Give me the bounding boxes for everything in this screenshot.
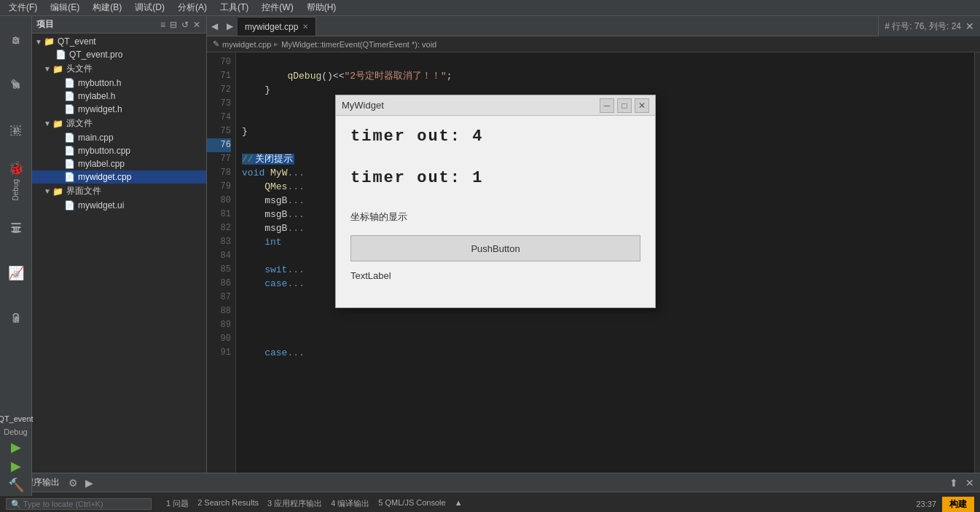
tree-label-mybutton-h: mybutton.h [78,78,121,88]
project-close-btn[interactable]: ✕ [192,20,202,30]
tree-item-mylabel-cpp[interactable]: 📄 mylabel.cpp [32,157,206,170]
bottom-panel-close-btn[interactable]: ✕ [963,476,977,490]
float-push-button[interactable]: PushButton [350,235,640,261]
bottom-panel-settings-btn[interactable]: ⚙ [66,476,81,490]
function-path: MyWidget::timerEvent(QTimerEvent *): voi… [281,40,436,49]
code-line-81: msgB... [242,223,305,234]
tree-item-mylabel-h[interactable]: 📄 mylabel.h [32,90,206,103]
tab-close-mywidget-cpp[interactable]: ✕ [302,23,308,31]
cpp-file-icon-2: 📄 [64,146,75,156]
status-app-output-tab[interactable]: 3 应用程序输出 [267,498,322,510]
float-controls: ─ □ ✕ [600,98,649,113]
status-issues-tab[interactable]: 1 问题 [166,498,189,510]
project-panel: 项目 ≡ ⊟ ↺ ✕ ▼ 📁 QT_event 📄 QT_event.pro [32,16,207,473]
editor-tab-bar: ◀ ▶ mywidget.cpp ✕ # 行号: 76, 列号: 24 ✕ [207,16,980,36]
h-file-icon-2: 📄 [64,91,75,101]
menu-file[interactable]: 文件(F) [3,0,43,15]
sources-folder-icon: 📁 [52,119,63,129]
left-tab-help[interactable]: ? 帮助 [1,298,31,342]
float-minimize-btn[interactable]: ─ [600,98,614,113]
menu-bar: 文件(F) 编辑(E) 构建(B) 调试(D) 分析(A) 工具(T) 控件(W… [0,0,980,16]
status-arrow-btn[interactable]: ▲ [455,498,463,510]
menu-edit[interactable]: 编辑(E) [44,0,85,15]
menu-analyze[interactable]: 分析(A) [172,0,213,15]
status-time: 23:37 [916,500,936,508]
code-line-79: msgB... [242,195,305,206]
debug-label: Debug [12,179,20,200]
project-sync-btn[interactable]: ↺ [180,20,190,30]
code-line-82: int [242,237,282,248]
analyze-icon: 📈 [8,265,24,281]
help-icon: ? [12,311,19,326]
float-maximize-btn[interactable]: □ [617,98,632,113]
bottom-panel-play-btn[interactable]: ▶ [82,476,96,490]
left-tab-analyze[interactable]: 📈 分析 [1,253,31,296]
tree-item-qt-event-root[interactable]: ▼ 📁 QT_event [32,35,206,48]
tree-arrow-headers: ▼ [44,65,52,73]
left-tabs-panel: ⌂ 欢迎 ✎ 编辑 ⬚ 设计 🐞 Debug ☰ 项目 📈 分析 ? 帮助 [0,16,32,473]
project-icon: ☰ [10,220,22,236]
app-name-label: QT_event [0,413,35,425]
cpp-file-icon-3: 📄 [64,159,75,169]
tree-item-headers-folder[interactable]: ▼ 📁 头文件 [32,61,206,76]
left-tab-edit[interactable]: ✎ 编辑 [1,64,31,108]
line-numbers: 70 71 72 73 74 75 76 77 78 79 80 81 82 8… [207,52,236,473]
tree-item-mybutton-h[interactable]: 📄 mybutton.h [32,76,206,90]
left-tab-welcome[interactable]: ⌂ 欢迎 [1,19,31,63]
tree-item-main-cpp[interactable]: 📄 main.cpp [32,131,206,144]
line-info-bar: # 行号: 76, 列号: 24 ✕ [878,16,980,36]
debug-run-button[interactable]: ▶ [11,458,21,474]
run-button[interactable]: ▶ [11,439,21,455]
project-panel-icons: ≡ ⊟ ↺ ✕ [159,20,202,30]
tree-item-mybutton-cpp[interactable]: 📄 mybutton.cpp [32,144,206,157]
locate-input[interactable] [6,498,152,510]
float-close-btn[interactable]: ✕ [635,98,649,113]
code-line-76: //关闭提示 [242,154,294,165]
tree-label-main-cpp: main.cpp [78,133,114,143]
menu-help[interactable]: 帮助(H) [301,0,342,15]
tab-nav-back[interactable]: ◀ [207,17,222,36]
tree-item-pro[interactable]: 📄 QT_event.pro [32,48,206,61]
tree-item-mywidget-cpp[interactable]: 📄 mywidget.cpp [32,170,206,184]
build-icon-button[interactable]: 🔨 [8,477,24,493]
file-path-separator: ▸ [274,39,278,49]
edit-icon: ✎ [10,76,21,92]
project-collapse-btn[interactable]: ⊟ [168,20,179,30]
tree-label-ui-folder: 界面文件 [66,185,101,197]
status-qml-tab[interactable]: 5 QML/JS Console [378,498,445,510]
h-file-icon-1: 📄 [64,78,75,88]
tab-mywidget-cpp[interactable]: mywidget.cpp ✕ [238,17,316,36]
status-search-tab[interactable]: 2 Search Results [197,498,259,510]
bottom-panel-title-bar: 应用程序输出 ⚙ ▶ ⬆ ✕ [0,473,980,492]
menu-tools[interactable]: 工具(T) [214,0,254,15]
bottom-panel-expand-btn[interactable]: ⬆ [946,476,961,490]
tree-label-mylabel-cpp: mylabel.cpp [78,159,125,169]
project-filter-btn[interactable]: ≡ [159,20,167,30]
tree-item-mywidget-h[interactable]: 📄 mywidget.h [32,103,206,116]
tree-item-mywidget-ui[interactable]: 📄 mywidget.ui [32,199,206,212]
tree-item-ui-folder[interactable]: ▼ 📁 界面文件 [32,184,206,199]
close-editor-btn[interactable]: ✕ [965,20,974,32]
float-coord-label: 坐标轴的显示 [350,210,407,224]
build-button[interactable]: 构建 [942,497,974,512]
file-path-bar: ✎ mywidget.cpp ▸ MyWidget::timerEvent(QT… [207,36,980,52]
code-line-85: case... [242,278,305,289]
float-timer2-text: timer out: 1 [350,169,483,187]
menu-debug[interactable]: 调试(D) [129,0,170,15]
editor-scrollbar[interactable] [974,52,980,473]
bottom-left-run-panel: QT_event Debug ▶ ▶ 🔨 [0,410,32,496]
menu-build[interactable]: 构建(B) [87,0,128,15]
float-text-label: TextLabel [350,270,391,281]
pro-file-icon: 📄 [55,50,66,60]
cpp-file-icon-4: 📄 [64,172,75,182]
left-tab-debug[interactable]: 🐞 Debug [1,154,31,206]
tree-item-sources-folder[interactable]: ▼ 📁 源文件 [32,116,206,131]
tab-nav-forward[interactable]: ▶ [222,17,238,36]
ui-folder-icon: 📁 [52,186,63,197]
project-folder-icon: 📁 [44,36,55,47]
left-tab-design[interactable]: ⬚ 设计 [1,109,31,153]
left-tab-project[interactable]: ☰ 项目 [1,208,31,251]
project-panel-title: 项目 [36,18,54,31]
menu-controls[interactable]: 控件(W) [256,0,299,15]
status-compile-tab[interactable]: 4 编译输出 [331,498,369,510]
